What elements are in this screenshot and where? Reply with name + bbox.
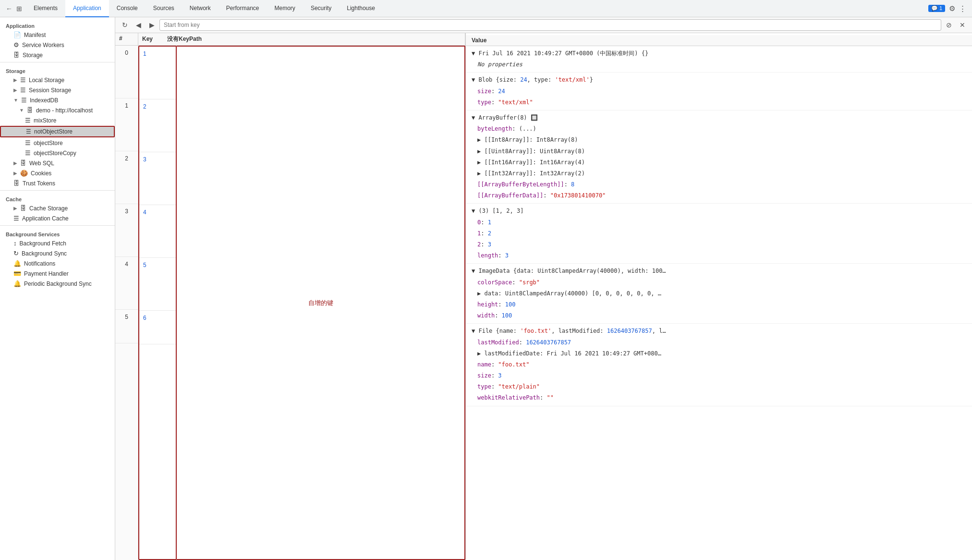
prev-button[interactable]: ◀ xyxy=(133,19,144,31)
num-cell-0: 0 xyxy=(115,46,138,98)
value-row-0-line0: ▼ Fri Jul 16 2021 10:49:27 GMT+0800 (中国标… xyxy=(466,48,972,59)
divider-2 xyxy=(0,190,115,191)
tab-security[interactable]: Security xyxy=(303,0,339,17)
tab-console[interactable]: Console xyxy=(109,0,146,17)
demo-arrow: ▼ xyxy=(19,108,24,113)
storage-top-icon: 🗄 xyxy=(13,51,20,59)
value-row-1-line1: size: 24 xyxy=(466,86,972,97)
object-store-label: objectStore xyxy=(34,140,63,146)
value-row-2-line4: ▶ [[Int16Array]]: Int16Array(4) xyxy=(466,157,972,168)
toolbar: ↻ ◀ ▶ ⊘ ✕ xyxy=(115,17,972,33)
value-row-5-line5: type: "text/plain" xyxy=(466,381,972,392)
value-row-2-line3: ▶ [[Uint8Array]]: Uint8Array(8) xyxy=(466,146,972,157)
value-section-1: ▼ Blob {size: 24, type: 'text/xml'} size… xyxy=(466,73,972,110)
settings-icon[interactable]: ⚙ xyxy=(949,4,955,13)
top-nav: ← ⊞ Elements Application Console Sources… xyxy=(0,0,972,17)
refresh-button[interactable]: ↻ xyxy=(119,19,131,31)
notifications-label: Notifications xyxy=(24,260,55,267)
tab-performance[interactable]: Performance xyxy=(219,0,267,17)
key-cell-0[interactable]: 1 xyxy=(139,47,176,99)
demo-icon: 🗄 xyxy=(27,107,33,114)
next-button[interactable]: ▶ xyxy=(146,19,158,31)
tab-lighthouse[interactable]: Lighthouse xyxy=(339,0,383,17)
sidebar-item-cookies[interactable]: ▶ 🍪 Cookies xyxy=(0,168,115,178)
key-cell-3[interactable]: 4 xyxy=(139,205,176,258)
sidebar-item-bg-sync[interactable]: ↻ Background Sync xyxy=(0,248,115,258)
more-icon[interactable]: ⋮ xyxy=(959,4,966,13)
sidebar-item-app-cache[interactable]: ☰ Application Cache xyxy=(0,213,115,223)
num-cell-2: 2 xyxy=(115,151,138,204)
num-cell-1: 1 xyxy=(115,98,138,151)
content-area: ↻ ◀ ▶ ⊘ ✕ # Key 没有KeyPath xyxy=(115,17,972,560)
bg-section-title: Background Services xyxy=(0,228,115,238)
bg-fetch-label: Background Fetch xyxy=(20,240,66,247)
num-cell-5: 5 xyxy=(115,310,138,343)
sidebar-item-manifest[interactable]: 📄 Manifest xyxy=(0,30,115,40)
divider-3 xyxy=(0,225,115,226)
key-cell-1[interactable]: 2 xyxy=(139,99,176,152)
no-key-path-area: 自增的键 xyxy=(177,46,465,560)
sidebar-item-local-storage[interactable]: ▶ ☰ Local Storage xyxy=(0,75,115,85)
num-cell-4: 4 xyxy=(115,257,138,310)
num-cell-3: 3 xyxy=(115,204,138,257)
value-row-4-line3: height: 100 xyxy=(466,299,972,310)
sidebar-item-cache-storage[interactable]: ▶ 🗄 Cache Storage xyxy=(0,203,115,213)
value-row-5-line0: ▼ File {name: 'foo.txt', lastModified: 1… xyxy=(466,326,972,337)
app-cache-label: Application Cache xyxy=(22,215,69,222)
auto-increment-key-label: 自增的键 xyxy=(308,299,333,307)
sidebar-item-service-workers[interactable]: ⚙ Service Workers xyxy=(0,40,115,50)
value-row-5-line4: size: 3 xyxy=(466,370,972,381)
value-row-2-line0: ▼ ArrayBuffer(8) 🔲 xyxy=(466,112,972,123)
sidebar-item-trust-tokens[interactable]: 🗄 Trust Tokens xyxy=(0,178,115,188)
trust-tokens-icon: 🗄 xyxy=(13,180,20,187)
sidebar-item-storage-top[interactable]: 🗄 Storage xyxy=(0,50,115,60)
value-section-4: ▼ ImageData {data: Uint8ClampedArray(400… xyxy=(466,264,972,324)
key-cell-5[interactable]: 6 xyxy=(139,311,176,344)
storage-section-title: Storage xyxy=(0,64,115,75)
tab-elements[interactable]: Elements xyxy=(26,0,65,17)
indexeddb-label: IndexedDB xyxy=(30,97,58,104)
sidebar-item-not-object-store[interactable]: ☰ notObjectStore xyxy=(0,126,115,137)
block-button[interactable]: ⊘ xyxy=(943,19,955,31)
key-cell-2[interactable]: 3 xyxy=(139,152,176,205)
value-row-5-line6: webkitRelativePath: "" xyxy=(466,392,972,403)
cache-storage-label: Cache Storage xyxy=(29,205,68,212)
sidebar-item-web-sql[interactable]: ▶ 🗄 Web SQL xyxy=(0,158,115,168)
sidebar-item-object-store[interactable]: ☰ objectStore xyxy=(0,138,115,148)
sidebar-item-mixstore[interactable]: ☰ mixStore xyxy=(0,115,115,125)
close-button[interactable]: ✕ xyxy=(957,19,968,31)
sidebar-item-session-storage[interactable]: ▶ ☰ Session Storage xyxy=(0,85,115,95)
chat-badge[interactable]: 💬 1 xyxy=(928,5,945,12)
value-column-header: Value xyxy=(466,35,972,46)
sidebar-item-notifications[interactable]: 🔔 Notifications xyxy=(0,258,115,268)
bg-fetch-icon: ↕ xyxy=(13,240,17,247)
key-cell-4[interactable]: 5 xyxy=(139,258,176,311)
value-section-0: ▼ Fri Jul 16 2021 10:49:27 GMT+0800 (中国标… xyxy=(466,46,972,73)
right-panel: Value ▼ Fri Jul 16 2021 10:49:27 GMT+080… xyxy=(466,33,972,560)
key-column-box: 1 2 3 4 5 6 xyxy=(138,46,177,560)
sidebar-item-periodic-bg-sync[interactable]: 🔔 Periodic Background Sync xyxy=(0,279,115,289)
demo-label: demo - http://localhost xyxy=(36,107,93,114)
manifest-label: Manifest xyxy=(24,32,46,38)
cookies-icon: 🍪 xyxy=(20,170,28,177)
web-sql-label: Web SQL xyxy=(29,160,54,167)
start-from-key-input[interactable] xyxy=(159,19,941,31)
local-storage-label: Local Storage xyxy=(29,77,64,84)
sidebar-item-bg-fetch[interactable]: ↕ Background Fetch xyxy=(0,238,115,248)
tab-network[interactable]: Network xyxy=(182,0,219,17)
trust-tokens-label: Trust Tokens xyxy=(23,180,55,187)
sidebar-item-payment-handler[interactable]: 💳 Payment Handler xyxy=(0,268,115,279)
tab-application[interactable]: Application xyxy=(65,0,109,17)
tab-memory[interactable]: Memory xyxy=(267,0,303,17)
sidebar-item-demo[interactable]: ▼ 🗄 demo - http://localhost xyxy=(0,105,115,115)
service-workers-label: Service Workers xyxy=(22,42,64,49)
value-section-3: ▼ (3) [1, 2, 3] 0: 1 1: 2 2: 3 length: 3 xyxy=(466,204,972,264)
manifest-icon: 📄 xyxy=(13,31,21,38)
value-section-2: ▼ ArrayBuffer(8) 🔲 byteLength: (...) ▶ [… xyxy=(466,110,972,204)
panel-icon[interactable]: ⊞ xyxy=(16,5,22,12)
value-section-5: ▼ File {name: 'foo.txt', lastModified: 1… xyxy=(466,324,972,406)
back-icon[interactable]: ← xyxy=(6,5,12,12)
sidebar-item-object-store-copy[interactable]: ☰ objectStoreCopy xyxy=(0,148,115,158)
tab-sources[interactable]: Sources xyxy=(146,0,182,17)
sidebar-item-indexeddb[interactable]: ▼ ☰ IndexedDB xyxy=(0,95,115,105)
